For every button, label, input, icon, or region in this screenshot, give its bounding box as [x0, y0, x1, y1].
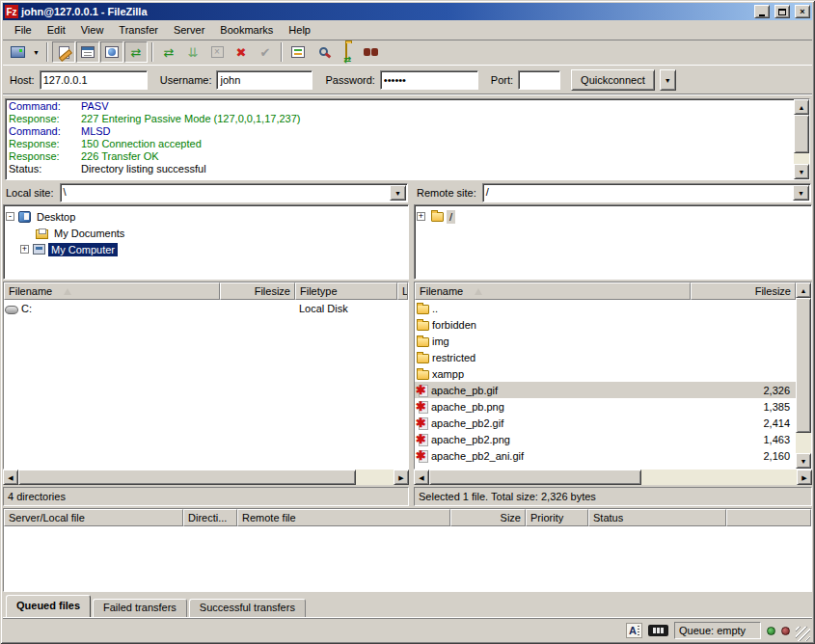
disk-drive-icon [5, 306, 18, 314]
scroll-down-icon[interactable]: ▼ [796, 453, 811, 469]
local-site-dropdown-button[interactable]: ▼ [390, 185, 406, 201]
remote-file-list: Filename Filesize .. forbidden img restr… [414, 282, 812, 470]
menu-bookmarks[interactable]: Bookmarks [212, 22, 281, 38]
find-files-button[interactable] [359, 41, 382, 63]
quickconnect-dropdown-button[interactable]: ▼ [660, 69, 676, 91]
maximize-button[interactable] [774, 5, 790, 18]
scrollbar-thumb[interactable] [429, 470, 641, 485]
log-line: Command:PASV [9, 100, 794, 113]
refresh-button[interactable]: ⇄ [157, 41, 180, 63]
minimize-button[interactable] [754, 5, 770, 18]
scroll-up-icon[interactable]: ▲ [796, 282, 811, 298]
chevron-down-icon: ▼ [33, 49, 40, 56]
remote-file-row[interactable]: apache_pb.png1,385 [415, 398, 796, 415]
expand-icon[interactable]: + [417, 212, 425, 221]
remote-horizontal-scrollbar[interactable]: ◀ ▶ [414, 470, 812, 485]
menu-server[interactable]: Server [166, 22, 212, 38]
column-header-size[interactable]: Size [450, 509, 526, 526]
tab-queued-files[interactable]: Queued files [6, 595, 91, 617]
column-header-filesize[interactable]: Filesize [691, 282, 796, 300]
menu-transfer[interactable]: Transfer [111, 22, 166, 38]
message-log-toggle-button[interactable] [52, 41, 75, 63]
remote-folder-row[interactable]: img [415, 333, 796, 349]
reconnect-button[interactable]: ✔ [254, 41, 277, 63]
tab-successful-transfers[interactable]: Successful transfers [189, 599, 306, 617]
column-header-status[interactable]: Status [588, 509, 726, 526]
message-log-icon [59, 46, 69, 59]
scroll-down-icon[interactable]: ▼ [794, 164, 809, 179]
scrollbar-thumb[interactable] [796, 298, 811, 433]
resize-grip[interactable] [796, 627, 810, 641]
password-input[interactable] [380, 70, 478, 90]
remote-tree: + / [414, 204, 812, 280]
disconnect-button[interactable]: ✖ [230, 41, 253, 63]
tree-item-my-documents[interactable]: My Documents [6, 225, 406, 241]
username-input[interactable] [216, 70, 312, 90]
close-button[interactable]: × [795, 5, 810, 18]
remote-folder-row[interactable]: .. [415, 300, 796, 316]
host-input[interactable] [40, 70, 148, 90]
scrollbar-thumb[interactable] [18, 470, 356, 485]
site-manager-button[interactable] [6, 41, 29, 63]
remote-folder-row[interactable]: forbidden [415, 316, 796, 333]
quickconnect-button[interactable]: Quickconnect [571, 69, 655, 91]
remote-file-row[interactable]: apache_pb2.gif2,414 [415, 415, 796, 431]
column-header-remote-file[interactable]: Remote file [237, 509, 450, 526]
scroll-left-icon[interactable]: ◀ [414, 470, 429, 485]
menu-edit[interactable]: Edit [40, 22, 73, 38]
filter-button[interactable] [311, 41, 334, 63]
local-tree-toggle-button[interactable] [76, 41, 99, 63]
remote-site-dropdown-button[interactable]: ▼ [793, 185, 809, 201]
column-header-direction[interactable]: Directi... [183, 509, 237, 526]
process-queue-button[interactable]: ⇊ [181, 41, 204, 63]
directory-comparison-button[interactable] [286, 41, 310, 63]
cancel-operation-button[interactable]: × [205, 41, 229, 63]
collapse-icon[interactable]: - [6, 212, 14, 221]
local-site-combobox[interactable]: \ ▼ [60, 183, 408, 202]
column-header-filetype[interactable]: Filetype [295, 282, 397, 300]
local-file-row[interactable]: C: Local Disk [4, 300, 408, 316]
my-computer-icon [33, 244, 45, 255]
scroll-left-icon[interactable]: ◀ [3, 470, 18, 485]
column-header-filename[interactable]: Filename [4, 282, 220, 300]
tree-item-root[interactable]: + / [417, 208, 809, 225]
remote-file-row-selected[interactable]: apache_pb.gif2,326 [415, 382, 796, 398]
tree-item-desktop[interactable]: - Desktop [6, 208, 406, 225]
remote-vertical-scrollbar[interactable]: ▲ ▼ [796, 282, 811, 469]
column-header-priority[interactable]: Priority [526, 509, 588, 526]
chevron-down-icon: ▼ [798, 190, 804, 197]
remote-folder-row[interactable]: xampp [415, 365, 796, 382]
tab-failed-transfers[interactable]: Failed transfers [93, 599, 187, 617]
synchronized-browsing-button[interactable]: ⇄ [335, 41, 358, 63]
tree-item-my-computer[interactable]: + My Computer [6, 241, 406, 257]
column-header-lastmodified[interactable]: L [397, 282, 408, 300]
column-header-server-local-file[interactable]: Server/Local file [4, 509, 183, 526]
column-header-filename[interactable]: Filename [415, 282, 691, 300]
menu-file[interactable]: File [7, 22, 40, 38]
column-header-filesize[interactable]: Filesize [220, 282, 295, 300]
local-horizontal-scrollbar[interactable]: ◀ ▶ [3, 470, 409, 485]
queue-toggle-button[interactable]: ⇄ [124, 41, 148, 63]
sort-ascending-icon [64, 288, 71, 295]
queue-body [4, 526, 811, 591]
scroll-right-icon[interactable]: ▶ [797, 470, 812, 485]
remote-file-row[interactable]: apache_pb2_ani.gif2,160 [415, 447, 796, 464]
quickconnect-bar: Host: Username: Password: Port: Quickcon… [3, 66, 812, 95]
expand-icon[interactable]: + [20, 245, 29, 254]
host-label: Host: [10, 74, 35, 86]
scroll-up-icon[interactable]: ▲ [794, 99, 809, 115]
remote-folder-row[interactable]: restricted [415, 349, 796, 365]
remote-tree-toggle-button[interactable] [100, 41, 123, 63]
remote-site-combobox[interactable]: / ▼ [482, 183, 811, 202]
port-input[interactable] [518, 70, 560, 90]
site-manager-dropdown-button[interactable]: ▼ [30, 41, 42, 63]
scrollbar-thumb[interactable] [794, 115, 809, 153]
remote-file-row[interactable]: apache_pb2.png1,463 [415, 431, 796, 447]
scroll-right-icon[interactable]: ▶ [394, 470, 409, 485]
desktop-icon [18, 211, 31, 223]
log-scrollbar[interactable]: ▲ ▼ [794, 99, 809, 179]
local-status-text: 4 directories [3, 487, 409, 506]
menu-help[interactable]: Help [281, 22, 318, 38]
chevron-down-icon: ▼ [665, 77, 671, 84]
menu-view[interactable]: View [73, 22, 112, 38]
